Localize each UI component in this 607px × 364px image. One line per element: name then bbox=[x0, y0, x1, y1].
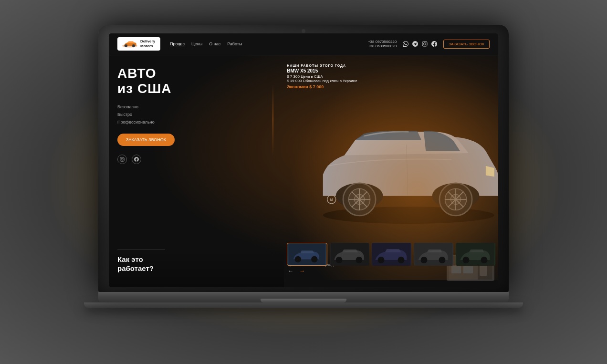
left-panel: АВТО из США Безопасно Быстро Профессиона… bbox=[109, 55, 284, 287]
instagram-nav-icon[interactable] bbox=[421, 41, 428, 47]
whatsapp-icon[interactable] bbox=[402, 41, 409, 47]
nav-link-process[interactable]: Процес bbox=[170, 42, 185, 46]
carousel-arrows: ← → bbox=[287, 267, 306, 275]
facebook-nav-icon[interactable] bbox=[431, 41, 438, 47]
svg-point-7 bbox=[121, 158, 123, 160]
navbar: Delivery Motors Процес Цены О нас Работы… bbox=[109, 33, 498, 55]
svg-rect-3 bbox=[422, 42, 427, 46]
right-panel: НАШИ РАБОТЫ ЭТОГО ГОДА BMW X5 2015 $ 7 3… bbox=[284, 55, 498, 287]
nav-socials bbox=[402, 41, 438, 47]
nav-link-works[interactable]: Работы bbox=[227, 42, 242, 46]
thumbnail-1[interactable] bbox=[287, 243, 327, 266]
svg-rect-6 bbox=[120, 157, 124, 161]
call-button-nav[interactable]: ЗАКАЗАТЬ ЗВОНОК bbox=[443, 40, 490, 49]
svg-point-1 bbox=[125, 44, 127, 47]
svg-point-30 bbox=[295, 256, 301, 262]
svg-point-33 bbox=[336, 257, 343, 263]
thumbnail-2[interactable] bbox=[330, 243, 369, 266]
prev-arrow[interactable]: ← bbox=[287, 267, 294, 275]
facebook-icon[interactable] bbox=[132, 155, 141, 164]
thumbnail-5[interactable] bbox=[456, 243, 495, 266]
phone-1: +38 0970500220 bbox=[368, 40, 397, 44]
main-content: АВТО из США Безопасно Быстро Профессиона… bbox=[109, 55, 498, 287]
svg-point-34 bbox=[356, 257, 363, 263]
phone-2: +38 0630500020 bbox=[368, 44, 397, 48]
cta-button[interactable]: ЗАКАЗАТЬ ЗВОНОК bbox=[117, 134, 175, 146]
laptop-wrapper: Delivery Motors Процес Цены О нас Работы… bbox=[98, 25, 509, 340]
nav-phones: +38 0970500220 +38 0630500020 bbox=[368, 40, 397, 48]
thumbnail-3[interactable] bbox=[372, 243, 411, 266]
nav-link-prices[interactable]: Цены bbox=[191, 42, 202, 46]
svg-point-2 bbox=[132, 44, 135, 47]
thumbnail-4[interactable] bbox=[414, 243, 453, 266]
logo-text: Delivery Motors bbox=[140, 39, 155, 48]
svg-point-8 bbox=[123, 158, 124, 159]
nav-link-about[interactable]: О нас bbox=[209, 42, 220, 46]
laptop-base bbox=[98, 292, 509, 302]
telegram-icon[interactable] bbox=[412, 41, 419, 47]
nav-links: Процес Цены О нас Работы bbox=[170, 42, 368, 46]
svg-point-36 bbox=[378, 257, 385, 263]
camera-dot bbox=[302, 29, 305, 33]
hero-title: АВТО из США bbox=[117, 66, 275, 96]
svg-point-37 bbox=[398, 257, 405, 263]
instagram-icon[interactable] bbox=[117, 155, 127, 164]
website: Delivery Motors Процес Цены О нас Работы… bbox=[109, 33, 498, 287]
svg-point-42 bbox=[462, 257, 469, 263]
svg-point-43 bbox=[481, 257, 487, 263]
social-links bbox=[117, 155, 275, 164]
hero-subtitle: Безопасно Быстро Профессионально bbox=[117, 103, 275, 126]
logo[interactable]: Delivery Motors bbox=[117, 37, 160, 50]
svg-point-5 bbox=[426, 42, 426, 43]
laptop-foot bbox=[84, 302, 523, 308]
svg-point-4 bbox=[424, 43, 426, 45]
screen: Delivery Motors Процес Цены О нас Работы… bbox=[109, 33, 498, 287]
svg-point-31 bbox=[311, 256, 317, 262]
laptop-screen: Delivery Motors Процес Цены О нас Работы… bbox=[98, 25, 509, 292]
svg-point-40 bbox=[439, 257, 446, 263]
svg-point-39 bbox=[421, 257, 428, 263]
next-arrow[interactable]: → bbox=[298, 267, 306, 275]
thumbnails-strip bbox=[284, 243, 498, 266]
